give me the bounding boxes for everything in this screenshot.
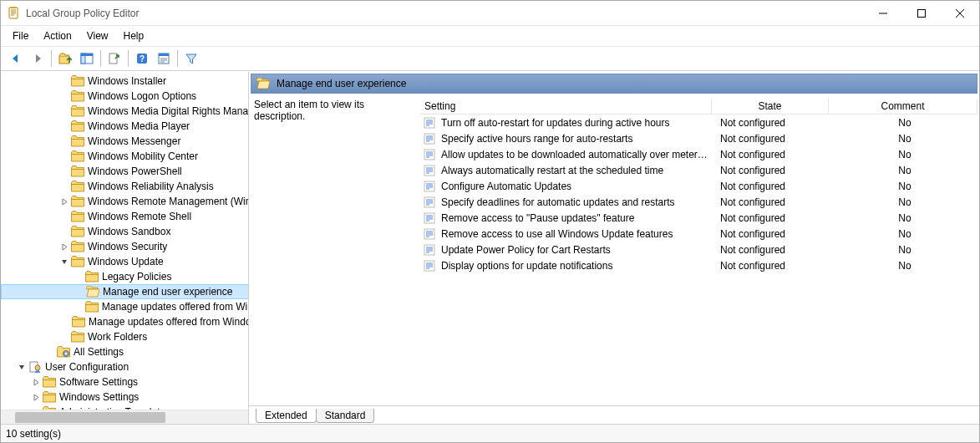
tree-item[interactable]: Legacy Policies [1,269,248,284]
properties-button[interactable] [154,48,174,69]
tree-item[interactable]: Windows Remote Shell [1,209,248,224]
folder-icon [71,90,84,102]
tabstrip: Extended Standard [249,405,979,424]
menu-action[interactable]: Action [37,28,78,43]
folder-icon [71,165,84,177]
folder-icon [71,196,84,207]
minimize-button[interactable] [864,1,902,26]
close-button[interactable] [941,1,979,26]
tree-item[interactable]: All Settings [1,344,248,359]
tree-item-label: User Configuration [45,361,129,373]
column-state[interactable]: State [712,99,829,114]
setting-state: Not configured [715,244,832,256]
tree-item[interactable]: Windows Sandbox [1,224,248,239]
setting-comment: No [832,149,977,160]
setting-comment: No [832,228,977,240]
tab-extended[interactable]: Extended [256,409,317,423]
menu-view[interactable]: View [80,28,115,43]
show-hide-tree-button[interactable] [77,48,97,69]
tree-item[interactable]: Windows Update [1,254,248,269]
setting-name: Update Power Policy for Cart Restarts [436,244,715,256]
tree-item-label: Manage updates offered from Windows Upda… [102,301,248,313]
tree-item[interactable]: Manage end user experience [1,284,248,299]
tree-item[interactable]: Software Settings [1,374,248,390]
settings-list: Setting State Comment Turn off auto-rest… [419,99,977,405]
chevron-right-icon[interactable] [29,379,43,386]
column-setting[interactable]: Setting [419,99,712,114]
folder-icon [85,271,99,283]
setting-name: Specify active hours range for auto-rest… [436,133,715,145]
menu-help[interactable]: Help [117,28,151,43]
tree-item[interactable]: User Configuration [1,359,248,374]
chevron-right-icon[interactable] [58,243,71,251]
setting-name: Remove access to "Pause updates" feature [436,212,715,224]
tree-item[interactable]: Manage updates offered from Windows Serv… [1,314,248,329]
tree-item[interactable]: Windows Media Digital Rights Management [1,104,248,119]
svg-rect-17 [424,134,434,144]
svg-rect-6 [81,53,93,56]
tree-item-label: Windows Installer [88,75,166,87]
setting-state: Not configured [715,228,832,240]
tree-item[interactable]: Windows Logon Options [1,89,248,104]
setting-icon [423,227,436,241]
setting-name: Display options for update notifications [436,260,715,272]
setting-icon [423,132,436,145]
chevron-right-icon[interactable] [58,198,71,206]
setting-icon [423,180,436,193]
menu-file[interactable]: File [6,28,35,43]
setting-state: Not configured [715,212,832,224]
tree-item[interactable]: Windows Mobility Center [1,149,248,164]
menubar: File Action View Help [1,26,979,46]
tree-item-label: Windows Security [88,241,167,252]
tree-horizontal-scrollbar[interactable] [1,410,248,424]
tree-item[interactable]: Windows Remote Management (WinRM) [1,194,248,209]
setting-state: Not configured [715,181,832,192]
tree-item[interactable]: Manage updates offered from Windows Upda… [1,299,248,314]
window-title: Local Group Policy Editor [26,8,864,19]
setting-row[interactable]: Remove access to use all Windows Update … [419,226,977,242]
folder-icon [71,331,84,343]
setting-row[interactable]: Turn off auto-restart for updates during… [419,115,977,130]
setting-row[interactable]: Always automatically restart at the sche… [419,162,977,178]
forward-button[interactable] [28,48,48,69]
folder-icon [71,120,84,132]
tree-item-label: Windows Media Player [88,120,190,132]
setting-row[interactable]: Specify deadlines for automatic updates … [419,194,977,210]
filter-button[interactable] [181,48,201,69]
list-rows: Turn off auto-restart for updates during… [419,115,977,405]
svg-rect-21 [424,197,434,207]
tree-item[interactable]: Windows Installer [1,74,248,89]
tree-item[interactable]: Windows Messenger [1,134,248,149]
help-button[interactable]: ? [132,48,152,69]
toolbar-separator [177,50,178,67]
setting-row[interactable]: Specify active hours range for auto-rest… [419,130,977,146]
tree-item[interactable]: Work Folders [1,329,248,344]
tree-item[interactable]: Windows Media Player [1,119,248,134]
tree-item[interactable]: Windows PowerShell [1,164,248,179]
column-comment[interactable]: Comment [829,99,977,114]
user-icon [28,361,42,373]
setting-name: Configure Automatic Updates [436,181,715,192]
export-button[interactable] [104,48,124,69]
chevron-down-icon[interactable] [58,258,71,266]
maximize-button[interactable] [902,1,941,26]
setting-comment: No [832,133,977,145]
back-button[interactable] [6,48,26,69]
setting-row[interactable]: Remove access to "Pause updates" feature… [419,210,977,226]
up-button[interactable] [55,48,75,69]
tree-item[interactable]: Windows Security [1,239,248,254]
tree-pane: Windows InstallerWindows Logon OptionsWi… [1,72,249,424]
svg-rect-11 [159,53,169,56]
setting-name: Specify deadlines for automatic updates … [436,196,715,208]
tab-standard[interactable]: Standard [316,409,375,423]
tree-item[interactable]: Windows Settings [1,390,248,405]
setting-row[interactable]: Configure Automatic UpdatesNot configure… [419,178,977,194]
setting-row[interactable]: Display options for update notifications… [419,257,977,273]
tree-scroll[interactable]: Windows InstallerWindows Logon OptionsWi… [1,72,248,410]
chevron-down-icon[interactable] [15,364,28,371]
setting-row[interactable]: Update Power Policy for Cart RestartsNot… [419,242,977,257]
tree-item[interactable]: Windows Reliability Analysis [1,179,248,194]
setting-row[interactable]: Allow updates to be downloaded automatic… [419,146,977,162]
chevron-right-icon[interactable] [29,394,43,401]
setting-comment: No [832,244,977,256]
